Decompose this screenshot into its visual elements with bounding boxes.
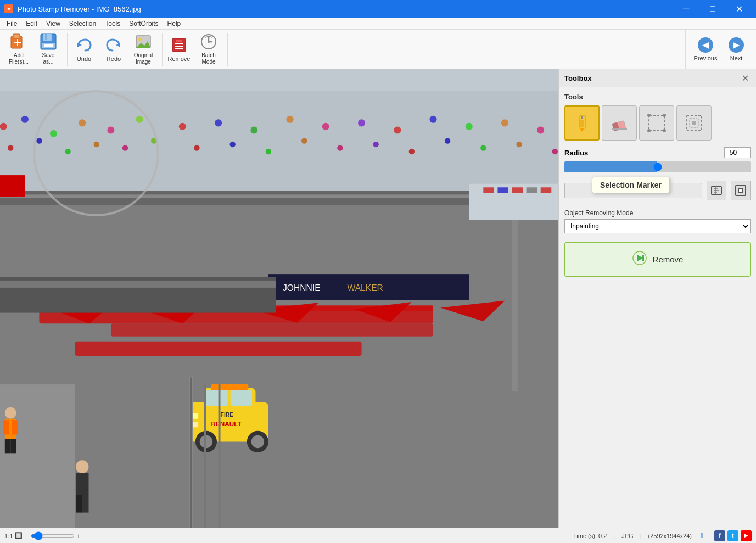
svg-rect-106 — [82, 495, 89, 513]
svg-point-34 — [322, 123, 329, 130]
svg-rect-128 — [612, 128, 627, 130]
remove-label: Remove — [168, 55, 191, 62]
undo-label: Undo — [77, 55, 91, 62]
svg-rect-113 — [219, 384, 221, 528]
svg-point-136 — [692, 121, 696, 125]
previous-button[interactable]: ◀ Previous — [690, 30, 721, 69]
eraser-tool-button[interactable] — [602, 105, 637, 141]
svg-text:WALKER: WALKER — [347, 283, 383, 293]
remove-action-button[interactable]: Remove — [564, 242, 751, 277]
status-time: Time (s): 0.2 — [573, 533, 607, 539]
radius-value-input[interactable] — [724, 147, 751, 158]
svg-rect-94 — [512, 212, 518, 391]
batch-mode-button[interactable]: BatchMode — [194, 33, 223, 65]
svg-rect-69 — [111, 323, 433, 336]
maximize-button[interactable]: □ — [700, 0, 725, 18]
remove-button[interactable]: Remove — [165, 33, 193, 65]
menu-help[interactable]: Help — [163, 19, 186, 29]
save-as-button[interactable]: Saveas... — [34, 33, 63, 65]
info-icon[interactable]: ℹ — [701, 531, 703, 540]
tooltip-selection-marker: Selection Marker — [592, 177, 670, 193]
nav-buttons: ◀ Previous ▶ Next — [685, 30, 752, 69]
tools-section-title: Tools — [564, 93, 751, 101]
svg-point-46 — [122, 145, 128, 150]
image-canvas[interactable]: LG JOHNNIE WALKER — [0, 69, 558, 528]
svg-point-27 — [79, 119, 86, 126]
menu-file[interactable]: File — [2, 19, 21, 29]
zoom-decrease[interactable]: − — [25, 533, 28, 539]
redo-button[interactable]: Redo — [99, 33, 128, 65]
select-from-file-button[interactable] — [707, 181, 726, 200]
zoom-slider[interactable] — [31, 534, 75, 538]
menu-selection[interactable]: Selection — [65, 19, 100, 29]
svg-point-35 — [358, 119, 365, 126]
menu-softorbits[interactable]: SoftOrbits — [125, 19, 163, 29]
youtube-icon[interactable]: ▶ — [741, 530, 752, 541]
svg-rect-112 — [204, 384, 206, 528]
svg-point-57 — [516, 142, 522, 147]
svg-point-48 — [194, 145, 199, 150]
svg-point-39 — [501, 119, 508, 126]
window-controls: ─ □ ✕ — [674, 0, 752, 18]
svg-rect-8 — [44, 44, 53, 47]
svg-point-31 — [215, 119, 222, 126]
svg-point-25 — [21, 116, 29, 123]
svg-point-28 — [107, 126, 114, 133]
object-removing-mode-section: Object Removing Mode Inpainting Content-… — [564, 209, 751, 233]
add-files-button[interactable]: AddFile(s)... — [4, 33, 33, 65]
original-image-button[interactable]: OriginalImage — [129, 33, 158, 65]
toolbox-content: Tools — [559, 87, 756, 528]
svg-rect-129 — [649, 115, 664, 131]
menu-tools[interactable]: Tools — [100, 19, 125, 29]
remove-icon — [170, 36, 188, 54]
object-removing-mode-label: Object Removing Mode — [564, 209, 751, 217]
svg-point-54 — [409, 149, 415, 154]
minimize-button[interactable]: ─ — [674, 0, 699, 18]
select-rect-tool-button[interactable] — [639, 105, 674, 141]
previous-label: Previous — [694, 55, 718, 61]
action-tools-group: Remove BatchMode — [165, 33, 228, 66]
svg-point-103 — [76, 460, 88, 473]
original-image-label: OriginalImage — [134, 52, 153, 65]
redo-icon — [105, 36, 122, 54]
svg-rect-3 — [17, 39, 18, 46]
svg-text:RENAULT: RENAULT — [211, 420, 242, 427]
menu-view[interactable]: View — [42, 19, 65, 29]
radius-label: Radius — [564, 149, 588, 157]
svg-point-40 — [537, 126, 544, 133]
svg-point-97 — [5, 407, 16, 419]
status-separator-2: | — [640, 533, 642, 539]
zoom-level: 1:1 — [4, 533, 13, 539]
svg-point-131 — [663, 114, 666, 117]
status-separator-1: | — [613, 533, 615, 539]
save-icon — [40, 33, 57, 51]
undo-button[interactable]: Undo — [70, 33, 98, 65]
object-removing-mode-select[interactable]: Inpainting Content-Aware Fill Smart Fill — [564, 219, 751, 233]
svg-point-36 — [394, 126, 401, 133]
status-format: JPG — [621, 533, 633, 539]
zoom-increase[interactable]: + — [77, 533, 80, 539]
next-button[interactable]: ▶ Next — [721, 30, 752, 69]
facebook-icon[interactable]: f — [714, 530, 725, 541]
marker-tool-button[interactable] — [564, 105, 600, 141]
radius-slider[interactable] — [564, 161, 751, 172]
svg-rect-1 — [13, 34, 20, 38]
toolbox-close-button[interactable]: ✕ — [740, 72, 751, 83]
svg-rect-104 — [76, 473, 88, 495]
edit-tools-group: Undo Redo OriginalImage — [70, 33, 163, 66]
zoom-icon: 🔲 — [15, 532, 23, 539]
select-invert-button[interactable] — [731, 181, 751, 200]
svg-point-47 — [151, 138, 156, 143]
title-bar: ✦ Photo Stamp Remover - IMG_8562.jpg ─ □… — [0, 0, 756, 18]
close-button[interactable]: ✕ — [726, 0, 752, 18]
save-as-label: Saveas... — [42, 52, 55, 65]
menu-edit[interactable]: Edit — [21, 19, 42, 29]
svg-point-29 — [136, 116, 143, 123]
svg-text:FIRE: FIRE — [221, 412, 234, 418]
magic-select-tool-button[interactable] — [676, 105, 712, 141]
svg-rect-101 — [5, 439, 10, 453]
previous-icon: ◀ — [698, 37, 713, 53]
toolbox-header: Toolbox ✕ — [559, 69, 756, 87]
twitter-icon[interactable]: t — [727, 530, 738, 541]
svg-rect-66 — [0, 384, 75, 528]
